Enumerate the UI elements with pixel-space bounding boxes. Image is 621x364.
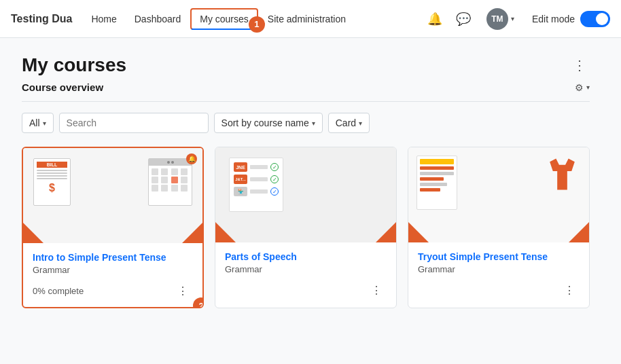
card-body-1: Intro to Simple Present Tense Grammar 0%… <box>23 243 202 307</box>
page-header: My courses ⋮ <box>22 54 590 79</box>
edit-mode-label: Edit mode <box>532 14 575 24</box>
edit-mode-container: Edit mode <box>532 11 610 27</box>
course-name-3[interactable]: Tryout Simple Present Tense <box>418 251 580 263</box>
card-thumbnail-3 <box>408 147 589 242</box>
corner-left-3 <box>408 222 429 242</box>
search-container <box>59 113 209 133</box>
card-footer-2: ⋮ <box>225 280 387 298</box>
corner-right <box>182 223 202 243</box>
corner-right-3 <box>569 222 589 242</box>
navbar: Testing Dua Home Dashboard My courses 1 … <box>0 0 621 38</box>
edit-mode-toggle[interactable] <box>580 11 610 27</box>
section-header: Course overview ⚙ ▾ <box>22 81 590 102</box>
section-title: Course overview <box>22 81 103 93</box>
nav-home[interactable]: Home <box>83 10 124 29</box>
message-icon[interactable]: 💬 <box>453 8 474 30</box>
course-card-3[interactable]: Tryout Simple Present Tense Grammar ⋮ <box>408 147 590 308</box>
tshirt-visual <box>544 156 581 193</box>
avatar: TM <box>486 8 508 30</box>
form-doc: JNE ✓ J&T... ✓ 🏪 ✓ <box>229 158 283 212</box>
main-content: My courses ⋮ Course overview ⚙ ▾ All ▾ S… <box>0 38 611 325</box>
sort-chevron: ▾ <box>312 120 315 127</box>
filters-bar: All ▾ Sort by course name ▾ Card ▾ <box>22 113 590 133</box>
bell-thumb-icon: 🔔 <box>186 153 197 164</box>
calendar-visual <box>148 158 192 206</box>
page-title: My courses <box>22 54 126 76</box>
course-category-2: Grammar <box>225 264 387 274</box>
card-thumbnail-1: BILL $ <box>23 148 202 243</box>
card-footer-1: 0% complete ⋮ <box>33 280 193 299</box>
page-kebab-menu[interactable]: ⋮ <box>570 54 590 76</box>
view-label: Card <box>336 117 356 128</box>
card-kebab-1[interactable]: ⋮ <box>173 283 193 299</box>
course-card-1[interactable]: BILL $ <box>22 147 204 308</box>
step-badge-1: 1 <box>249 16 265 33</box>
bill-doc: BILL $ <box>33 158 71 206</box>
progress-text-1: 0% complete <box>33 286 84 296</box>
course-category-1: Grammar <box>33 265 193 275</box>
courses-grid: BILL $ <box>22 147 590 308</box>
nav-links: Home Dashboard My courses 1 Site adminis… <box>83 10 419 29</box>
navbar-right: 🔔 💬 TM ▾ Edit mode <box>424 5 610 33</box>
payment-form <box>416 156 457 210</box>
card-body-2: Parts of Speech Grammar ⋮ <box>215 242 396 306</box>
brand-name: Testing Dua <box>11 13 72 25</box>
nav-site-admin[interactable]: Site administration <box>260 10 354 29</box>
course-category-3: Grammar <box>418 264 580 274</box>
sort-select[interactable]: Sort by course name ▾ <box>214 113 323 133</box>
user-avatar-btn[interactable]: TM ▾ <box>481 5 520 33</box>
card-kebab-2[interactable]: ⋮ <box>367 283 387 298</box>
view-chevron: ▾ <box>359 120 362 127</box>
svg-marker-0 <box>550 159 575 190</box>
gear-icon: ⚙ <box>575 82 584 93</box>
nav-dashboard[interactable]: Dashboard <box>126 10 190 29</box>
card-kebab-3[interactable]: ⋮ <box>560 283 580 298</box>
view-select[interactable]: Card ▾ <box>328 113 370 133</box>
all-chevron: ▾ <box>43 120 46 127</box>
corner-right-2 <box>376 222 396 242</box>
filter-all-select[interactable]: All ▾ <box>22 113 54 133</box>
search-input[interactable] <box>67 117 201 128</box>
gear-settings-btn[interactable]: ⚙ ▾ <box>575 82 590 93</box>
card-footer-3: ⋮ <box>418 280 580 298</box>
course-card-2[interactable]: JNE ✓ J&T... ✓ 🏪 ✓ <box>215 147 397 308</box>
course-name-2[interactable]: Parts of Speech <box>225 251 387 263</box>
avatar-chevron: ▾ <box>511 15 514 22</box>
card-thumbnail-2: JNE ✓ J&T... ✓ 🏪 ✓ <box>215 147 396 242</box>
nav-my-courses[interactable]: My courses <box>190 8 258 30</box>
sort-label: Sort by course name <box>221 117 309 128</box>
filter-all-label: All <box>29 117 40 128</box>
card-body-3: Tryout Simple Present Tense Grammar ⋮ <box>408 242 589 306</box>
corner-left <box>23 223 43 243</box>
notification-icon[interactable]: 🔔 <box>424 8 446 30</box>
course-name-1[interactable]: Intro to Simple Present Tense <box>33 251 193 263</box>
gear-chevron: ▾ <box>586 84 590 91</box>
corner-left-2 <box>215 222 236 242</box>
